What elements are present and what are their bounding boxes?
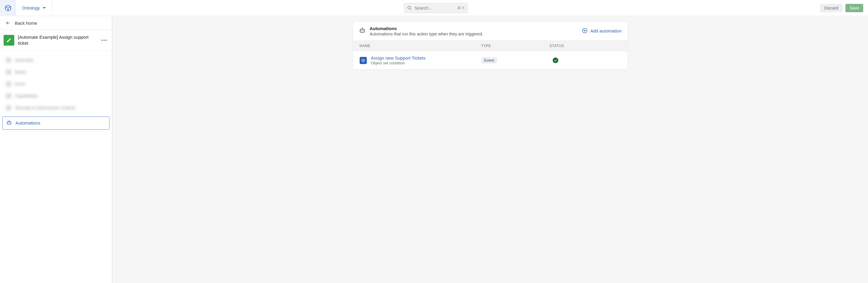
nav-label: Automations — [16, 120, 40, 125]
chevron-down-icon — [43, 7, 46, 9]
table-row[interactable]: Assign new Support Tickets Object set co… — [353, 51, 628, 70]
cube-icon — [4, 4, 12, 12]
nav-icon — [6, 81, 11, 87]
sidebar-nav: Overview Rules Form Capabilities Securit… — [0, 51, 112, 133]
pencil-icon — [6, 37, 11, 43]
page-title: [Automate Example] Assign support ticket — [18, 34, 96, 47]
topbar-left: Ontology — [0, 0, 52, 16]
search-icon — [407, 6, 412, 10]
col-status: Status — [550, 44, 621, 48]
sidebar-item[interactable]: Capabilities — [2, 90, 110, 102]
nav-icon — [6, 105, 11, 111]
svg-point-2 — [9, 122, 10, 123]
cube-icon — [360, 57, 367, 64]
nav-label: Overview — [15, 57, 34, 62]
add-automation-button[interactable]: Add automation — [582, 26, 621, 34]
nav-label: Capabilities — [15, 93, 38, 98]
nav-icon — [6, 69, 11, 75]
col-type: Type — [481, 44, 550, 48]
nav-icon — [6, 57, 11, 63]
sidebar-item[interactable]: Form — [2, 78, 110, 90]
nav-label: Security & Submission Criteria — [15, 105, 75, 110]
col-name: Name — [360, 44, 481, 48]
dots-icon — [101, 39, 107, 41]
status-ok-icon — [553, 57, 558, 63]
panel-subtitle: Automations that run this action type wh… — [370, 32, 578, 36]
type-badge: Event — [481, 57, 497, 63]
row-type-cell: Event — [481, 57, 550, 63]
sidebar-item[interactable]: Rules — [2, 66, 110, 78]
automations-panel: Automations Automations that run this ac… — [353, 22, 628, 70]
search-kbd: ⌘ K — [457, 6, 465, 10]
svg-point-1 — [8, 122, 9, 123]
app-logo[interactable] — [0, 0, 16, 16]
sidebar: Back home [Automate Example] Assign supp… — [0, 16, 113, 283]
panel-header: Automations Automations that run this ac… — [353, 22, 628, 41]
back-home-link[interactable]: Back home — [0, 16, 112, 30]
robot-icon — [6, 120, 12, 126]
svg-point-3 — [9, 120, 9, 121]
nav-label: Form — [15, 81, 25, 86]
more-menu-button[interactable] — [100, 36, 108, 45]
automation-sub: Object set condition — [371, 61, 426, 65]
search-wrap: Search… ⌘ K — [52, 3, 820, 13]
back-label: Back home — [15, 21, 37, 26]
main-content: Automations Automations that run this ac… — [113, 16, 868, 283]
layout: Back home [Automate Example] Assign supp… — [0, 16, 868, 283]
title-row: [Automate Example] Assign support ticket — [0, 30, 112, 51]
sidebar-item-automations[interactable]: Automations — [2, 116, 110, 130]
ontology-dropdown[interactable]: Ontology — [19, 5, 52, 10]
plus-circle-icon — [582, 28, 588, 34]
svg-rect-4 — [360, 29, 364, 32]
row-name-cell: Assign new Support Tickets Object set co… — [360, 55, 481, 65]
robot-icon — [359, 27, 366, 34]
svg-point-6 — [363, 30, 364, 31]
add-label: Add automation — [590, 28, 621, 33]
automation-link[interactable]: Assign new Support Tickets — [371, 55, 426, 60]
sidebar-item[interactable]: Security & Submission Criteria — [2, 102, 110, 113]
nav-label: Rules — [15, 69, 26, 75]
row-status-cell — [550, 57, 621, 63]
topbar: Ontology Search… ⌘ K Discard Save — [0, 0, 868, 16]
topbar-right: Discard Save — [820, 4, 865, 12]
table-header: Name Type Status — [353, 41, 628, 51]
svg-rect-0 — [7, 121, 11, 124]
panel-title: Automations — [370, 26, 578, 31]
discard-button[interactable]: Discard — [820, 4, 842, 12]
save-button[interactable]: Save — [845, 4, 863, 12]
search-input[interactable]: Search… ⌘ K — [404, 3, 468, 13]
svg-point-7 — [362, 27, 363, 28]
search-placeholder: Search… — [414, 5, 455, 10]
action-type-icon — [4, 35, 14, 46]
svg-point-5 — [361, 30, 362, 31]
arrow-left-icon — [5, 20, 11, 26]
sidebar-item[interactable]: Overview — [2, 55, 110, 66]
ontology-label: Ontology — [22, 5, 40, 10]
nav-icon — [6, 93, 11, 98]
